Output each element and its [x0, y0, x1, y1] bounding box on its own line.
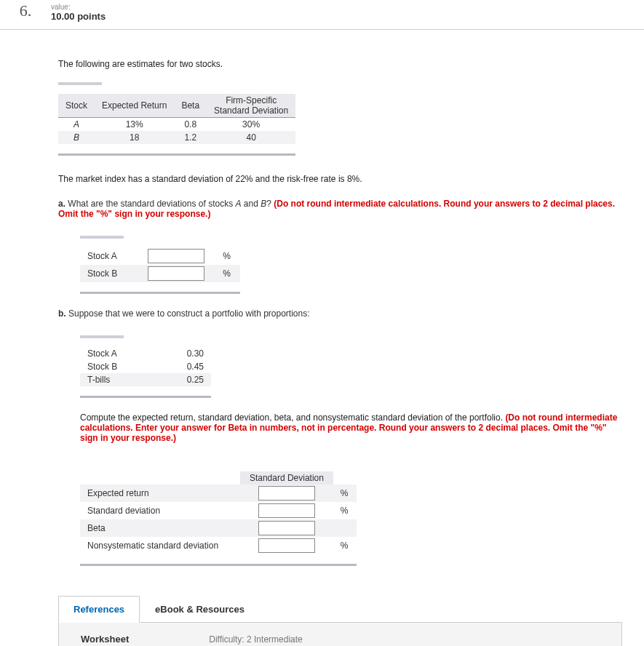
answer-row: Expected return % — [80, 484, 357, 502]
question-header: 6. value: 10.00 points — [0, 0, 644, 30]
tabs: References eBook & Resources — [58, 595, 622, 623]
table-accent — [80, 236, 124, 239]
question-number: 6. — [0, 3, 51, 19]
table-accent — [58, 82, 102, 85]
beta-input[interactable] — [258, 521, 315, 535]
tabs-area: References eBook & Resources Worksheet D… — [58, 595, 622, 646]
col-standard-deviation: Standard Deviation — [240, 471, 333, 484]
market-statement: The market index has a standard deviatio… — [58, 174, 622, 184]
stock-a-sd-input[interactable] — [148, 249, 204, 263]
col-expected-return: Expected Return — [95, 94, 174, 118]
proportions-table-wrap: Stock A0.30 Stock B0.45 T-bills0.25 — [80, 330, 622, 398]
stock-estimates-table-wrap: Stock Expected Return Beta Firm-Specific… — [58, 76, 295, 156]
stock-b-sd-input[interactable] — [148, 266, 204, 281]
difficulty-label: Difficulty: 2 Intermediate — [209, 634, 303, 645]
col-stock: Stock — [58, 94, 95, 118]
points-value: 10.00 points — [51, 11, 106, 22]
table-accent — [80, 335, 124, 338]
tab-ebook-resources[interactable]: eBook & Resources — [140, 596, 260, 623]
value-block: value: 10.00 points — [51, 3, 106, 22]
worksheet-label[interactable]: Worksheet — [81, 634, 129, 645]
table-row: Stock A0.30 — [80, 347, 211, 360]
part-a-question-prefix: What are the standard deviations of stoc… — [68, 199, 235, 209]
tab-references[interactable]: References — [58, 596, 140, 623]
stock-estimates-table: Stock Expected Return Beta Firm-Specific… — [58, 94, 295, 144]
col-firm-sd: Firm-SpecificStandard Deviation — [207, 94, 295, 118]
answer-row: Standard deviation % — [80, 502, 357, 519]
table-row: B 18 1.2 40 — [58, 131, 295, 144]
table-row: Stock B0.45 — [80, 360, 211, 373]
answer-row: Beta — [80, 519, 357, 537]
part-b-question: Suppose that we were to construct a port… — [68, 308, 310, 319]
expected-return-input[interactable] — [258, 486, 315, 501]
part-a-letter: a. — [58, 199, 65, 209]
answer-row: Nonsystematic standard deviation % — [80, 537, 357, 554]
answer-row: Stock A % — [80, 247, 240, 265]
question-content: The following are estimates for two stoc… — [0, 30, 644, 646]
part-a-answer-table: Stock A % Stock B % — [80, 230, 622, 294]
part-b-answer-table: Standard Deviation Expected return % Sta… — [80, 454, 622, 566]
intro-text: The following are estimates for two stoc… — [58, 59, 622, 69]
nonsystematic-sd-input[interactable] — [258, 538, 315, 553]
value-label: value: — [51, 3, 106, 11]
col-beta: Beta — [174, 94, 207, 118]
tab-panel-references: Worksheet Difficulty: 2 Intermediate — [58, 623, 622, 646]
answer-row: Stock B % — [80, 265, 240, 282]
part-b-compute: Compute the expected return, standard de… — [80, 412, 622, 443]
part-b-letter: b. — [58, 308, 66, 319]
standard-deviation-input[interactable] — [258, 503, 315, 518]
part-a: a. What are the standard deviations of s… — [58, 199, 622, 219]
table-row: T-bills0.25 — [80, 373, 211, 386]
table-row: A 13% 0.8 30% — [58, 118, 295, 132]
part-b: b. Suppose that we were to construct a p… — [58, 308, 622, 319]
